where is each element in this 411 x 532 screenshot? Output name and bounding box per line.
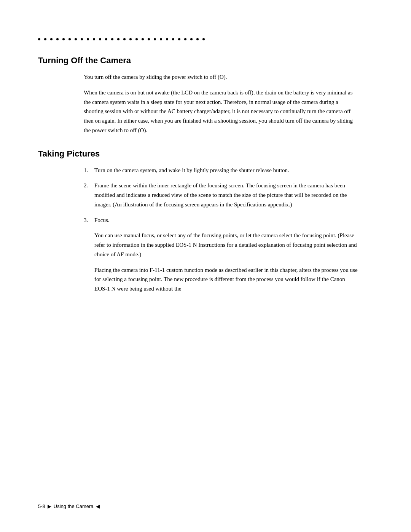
list-number-1: 1. xyxy=(84,166,94,175)
separator-dot xyxy=(68,38,71,40)
separator-dot xyxy=(117,38,119,40)
separator-dot xyxy=(202,38,205,40)
separator-dot xyxy=(38,38,40,40)
separator-dot xyxy=(111,38,113,40)
paragraph-turn-off-2: When the camera is on but not awake (the… xyxy=(84,88,358,135)
separator-dot xyxy=(50,38,53,40)
paragraph-turn-off-1: You turn off the camera by sliding the p… xyxy=(84,72,358,82)
separator-dot xyxy=(178,38,180,40)
list-content-2: Frame the scene within the inner rectang… xyxy=(94,181,358,209)
separator-dot xyxy=(105,38,107,40)
list-content-3: Focus. xyxy=(94,216,358,225)
separator-dot xyxy=(44,38,46,40)
separator-dot xyxy=(62,38,65,40)
separator-dot xyxy=(148,38,150,40)
separator-dot xyxy=(172,38,174,40)
footer-arrow-left: ◀ xyxy=(96,503,100,509)
footer-arrow-right: ▶ xyxy=(48,503,51,509)
list-content-1: Turn on the camera system, and wake it b… xyxy=(94,166,358,175)
focus-sub-paragraph-1: You can use manual focus, or select any … xyxy=(94,231,358,259)
separator-dot xyxy=(135,38,138,40)
section-taking-pictures: Taking Pictures 1. Turn on the camera sy… xyxy=(38,149,373,294)
heading-turning-off: Turning Off the Camera xyxy=(38,56,373,66)
separator-dot xyxy=(87,38,89,40)
separator-dot xyxy=(160,38,162,40)
separator-dot xyxy=(154,38,156,40)
separator-dot xyxy=(81,38,83,40)
focus-sub-paragraph-2: Placing the camera into F-11-1 custom fu… xyxy=(94,265,358,294)
separator-dot xyxy=(166,38,168,40)
list-item-2: 2. Frame the scene within the inner rect… xyxy=(84,181,358,209)
separator-dot xyxy=(123,38,126,40)
content-block-taking-pictures: 1. Turn on the camera system, and wake i… xyxy=(84,166,358,294)
footer-label: Using the Camera xyxy=(54,503,94,509)
heading-taking-pictures: Taking Pictures xyxy=(38,149,373,159)
list-item-3: 3. Focus. xyxy=(84,216,358,225)
separator-dot xyxy=(129,38,132,40)
separator-dot xyxy=(56,38,59,40)
page-footer: 5-8 ▶ Using the Camera ◀ xyxy=(38,503,100,509)
separator-dot xyxy=(75,38,77,40)
section-turning-off: Turning Off the Camera You turn off the … xyxy=(38,56,373,135)
page-container: Turning Off the Camera You turn off the … xyxy=(0,0,411,532)
dot-separator xyxy=(38,38,373,40)
content-block-turning-off: You turn off the camera by sliding the p… xyxy=(84,72,358,135)
footer-page-ref: 5-8 xyxy=(38,503,45,509)
separator-dot xyxy=(142,38,144,40)
separator-dot xyxy=(99,38,101,40)
separator-dot xyxy=(196,38,199,40)
separator-dot xyxy=(190,38,193,40)
list-number-3: 3. xyxy=(84,216,94,225)
list-item-1: 1. Turn on the camera system, and wake i… xyxy=(84,166,358,175)
separator-dot xyxy=(93,38,95,40)
separator-dot xyxy=(184,38,186,40)
list-number-2: 2. xyxy=(84,181,94,190)
steps-list: 1. Turn on the camera system, and wake i… xyxy=(84,166,358,225)
